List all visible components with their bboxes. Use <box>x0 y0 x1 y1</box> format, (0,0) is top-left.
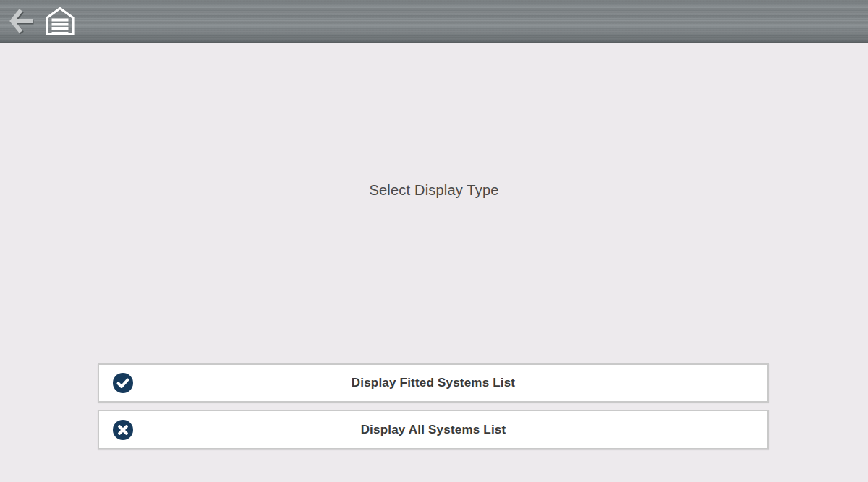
garage-home-icon <box>45 6 75 36</box>
option-label: Display Fitted Systems List <box>352 376 515 390</box>
display-type-options: Display Fitted Systems List Display All … <box>98 363 769 449</box>
check-circle-icon <box>112 372 134 394</box>
page-title: Select Display Type <box>0 182 868 198</box>
back-button[interactable] <box>4 4 38 38</box>
back-arrow-icon <box>7 7 35 35</box>
home-button[interactable] <box>43 4 77 38</box>
option-display-all-systems[interactable]: Display All Systems List <box>98 410 769 449</box>
option-display-fitted-systems[interactable]: Display Fitted Systems List <box>98 363 769 403</box>
screen: Select Display Type Display Fitted Syste… <box>0 0 868 482</box>
option-label: Display All Systems List <box>361 423 506 437</box>
toolbar <box>0 0 868 43</box>
cross-circle-icon <box>112 419 134 441</box>
